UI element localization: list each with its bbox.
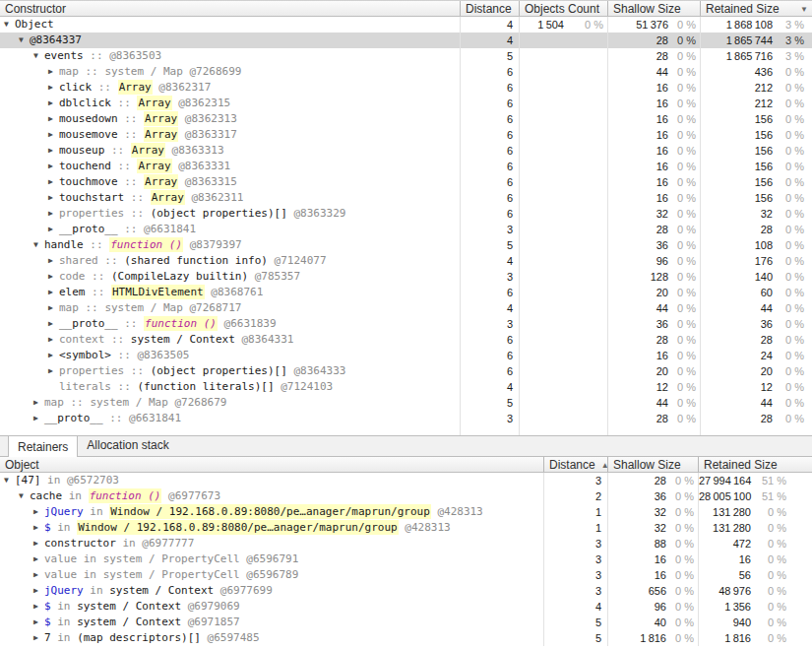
tree-row[interactable]: ▶jQuery in Window / 192.168.0.89:8080/pe… <box>0 504 812 520</box>
expand-arrow-icon[interactable]: ▶ <box>33 615 44 630</box>
column-header-objects-count[interactable]: Objects Count <box>520 1 608 16</box>
tree-row[interactable]: ▼Object41 5040 %51 3760 %1 868 1083 % <box>0 17 812 32</box>
expand-arrow-icon[interactable]: ▶ <box>33 395 44 411</box>
tree-row[interactable]: ▶jQuery in system / Context @69776993656… <box>0 583 812 599</box>
tree-row[interactable]: ▶$ in Window / 192.168.0.89:8080/pe…anag… <box>0 520 812 536</box>
tree-row[interactable]: ▶context :: system / Context @8364331628… <box>0 332 812 348</box>
expand-arrow-icon[interactable]: ▶ <box>48 111 59 127</box>
column-header-shallow-size[interactable]: Shallow Size <box>608 1 701 16</box>
label-segment-name: events <box>44 49 84 62</box>
column-header-retained-size[interactable]: Retained Size <box>699 457 812 472</box>
expand-arrow-icon[interactable]: ▶ <box>33 411 44 426</box>
collapse-arrow-icon[interactable]: ▼ <box>4 473 15 488</box>
tree-row[interactable]: ▶touchmove :: Array @83633156160 %1560 % <box>0 174 812 190</box>
expand-arrow-icon[interactable]: ▶ <box>48 300 59 316</box>
object-cell: ▼[47] in @6572703 <box>0 473 544 488</box>
expand-arrow-icon[interactable]: ▶ <box>48 332 59 348</box>
expand-arrow-icon[interactable]: ▶ <box>48 269 59 285</box>
tree-row[interactable]: ▶elem :: HTMLDivElement @83687616200 %60… <box>0 285 812 300</box>
expand-arrow-icon[interactable]: ▶ <box>33 630 44 646</box>
tree-row[interactable]: ▶map :: system / Map @72687174440 %440 % <box>0 300 812 316</box>
expand-arrow-icon[interactable]: ▶ <box>33 599 44 615</box>
expand-arrow-icon[interactable]: ▶ <box>33 583 44 599</box>
label-segment-fn: function () <box>109 237 183 252</box>
tree-row[interactable]: ▼cache in function () @69776732360 %28 0… <box>0 488 812 504</box>
column-header-retained-size[interactable]: Retained Size ▼ <box>701 1 812 16</box>
collapse-arrow-icon[interactable]: ▼ <box>33 48 44 64</box>
tree-row[interactable]: ▶map :: system / Map @72686996440 %4360 … <box>0 64 812 80</box>
expand-arrow-icon[interactable]: ▶ <box>48 190 59 206</box>
label-segment-id: @8362311 <box>185 191 244 204</box>
expand-arrow-icon[interactable]: ▶ <box>33 567 44 583</box>
tree-row[interactable]: ▼events :: @83635035280 %1 865 7163 % <box>0 48 812 64</box>
value-text <box>520 253 564 269</box>
expand-arrow-icon[interactable]: ▶ <box>48 222 59 237</box>
expand-arrow-icon[interactable]: ▶ <box>33 504 44 520</box>
tree-row[interactable]: ▶value in system / PropertyCell @6596791… <box>0 552 812 567</box>
distance-cell: 6 <box>461 363 520 379</box>
tree-row[interactable]: ▶click :: Array @83623176160 %2120 % <box>0 80 812 96</box>
expand-arrow-icon[interactable]: ▶ <box>48 159 59 174</box>
percent-text: 0 % <box>668 127 700 143</box>
retained-size-cell: 600 % <box>701 285 812 300</box>
empty-cell <box>608 426 701 435</box>
tree-row[interactable]: ▶mousedown :: Array @83623136160 %1560 % <box>0 111 812 127</box>
tree-row[interactable]: ▶mousemove :: Array @83633176160 %1560 % <box>0 127 812 143</box>
tree-row[interactable]: literals :: (function literals)[] @71241… <box>0 379 812 395</box>
expand-arrow-icon[interactable]: ▶ <box>48 174 59 190</box>
objects-count-cell <box>520 96 608 111</box>
expand-arrow-icon[interactable]: ▶ <box>48 143 59 159</box>
column-header-distance[interactable]: Distance ▲ <box>544 457 608 472</box>
tree-row[interactable]: ▶properties :: (object properties)[] @83… <box>0 363 812 379</box>
tree-row[interactable]: ▶__proto__ :: function () @66318393360 %… <box>0 316 812 332</box>
column-header-distance[interactable]: Distance <box>461 1 520 16</box>
collapse-arrow-icon[interactable]: ▼ <box>19 32 30 48</box>
expand-arrow-icon[interactable]: ▶ <box>48 348 59 363</box>
expand-arrow-icon[interactable]: ▶ <box>48 80 59 96</box>
tree-row[interactable]: ▶map :: system / Map @72686795440 %440 % <box>0 395 812 411</box>
tree-row[interactable]: ▶shared :: (shared function info) @71240… <box>0 253 812 269</box>
expand-arrow-icon[interactable]: ▶ <box>48 253 59 269</box>
collapse-arrow-icon[interactable]: ▼ <box>19 488 30 504</box>
tree-row[interactable]: ▶mouseup :: Array @83633136160 %1560 % <box>0 143 812 159</box>
value-text <box>520 127 564 143</box>
tree-row[interactable]: ▶__proto__ :: @66318413280 %280 % <box>0 222 812 237</box>
expand-arrow-icon[interactable]: ▶ <box>48 64 59 80</box>
tree-row[interactable]: ▶value in system / PropertyCell @6596789… <box>0 567 812 583</box>
tree-row[interactable]: ▶code :: (CompileLazy builtin) @78535731… <box>0 269 812 285</box>
tree-row[interactable]: ▶7 in (map descriptors)[] @659748551 816… <box>0 630 812 646</box>
column-header-constructor[interactable]: Constructor <box>0 1 461 16</box>
tree-row[interactable]: ▶touchstart :: Array @83623116160 %1560 … <box>0 190 812 206</box>
percent-text <box>564 395 607 411</box>
expand-arrow-icon[interactable]: ▶ <box>48 285 59 300</box>
expand-arrow-icon[interactable]: ▶ <box>33 520 44 536</box>
tree-row[interactable]: ▶<symbol> :: @83635056160 %240 % <box>0 348 812 363</box>
expand-arrow-icon[interactable]: ▶ <box>48 127 59 143</box>
tree-row[interactable]: ▶$ in system / Context @69790694960 %1 3… <box>0 599 812 615</box>
tree-row[interactable]: ▶__proto__ :: @66318413280 %280 % <box>0 411 812 426</box>
percent-text <box>564 32 607 48</box>
column-header-shallow-size[interactable]: Shallow Size <box>608 457 699 472</box>
expand-arrow-icon[interactable]: ▶ <box>33 552 44 567</box>
tree-row[interactable]: ▶dblclick :: Array @83623156160 %2120 % <box>0 96 812 111</box>
object-cell: ▶map :: system / Map @7268679 <box>0 395 461 411</box>
expand-arrow-icon[interactable]: ▶ <box>48 206 59 222</box>
tab-retainers[interactable]: Retainers <box>8 435 78 457</box>
label-segment-sep: in <box>51 631 78 644</box>
tree-row[interactable]: ▼handle :: function () @83793975360 %108… <box>0 237 812 253</box>
tree-row[interactable]: ▶touchend :: Array @83633316160 %1560 % <box>0 159 812 174</box>
tree-row[interactable]: ▶$ in system / Context @69718575400 %940… <box>0 615 812 630</box>
percent-text: 0 % <box>668 379 700 395</box>
expand-arrow-icon[interactable]: ▶ <box>48 96 59 111</box>
column-header-object[interactable]: Object <box>0 457 544 472</box>
tree-row-selected[interactable]: ▼@83643374280 %1 865 7443 % <box>0 32 812 48</box>
tree-row[interactable]: ▶constructor in @69777773880 %4720 % <box>0 536 812 552</box>
tree-row[interactable]: ▶properties :: (object properties)[] @83… <box>0 206 812 222</box>
tree-row[interactable]: ▼[47] in @65727033280 %27 994 16451 % <box>0 473 812 488</box>
expand-arrow-icon[interactable]: ▶ <box>48 363 59 379</box>
collapse-arrow-icon[interactable]: ▼ <box>33 237 44 253</box>
collapse-arrow-icon[interactable]: ▼ <box>4 17 15 32</box>
tab-allocation-stack[interactable]: Allocation stack <box>78 434 177 456</box>
expand-arrow-icon[interactable]: ▶ <box>33 536 44 552</box>
expand-arrow-icon[interactable]: ▶ <box>48 316 59 332</box>
